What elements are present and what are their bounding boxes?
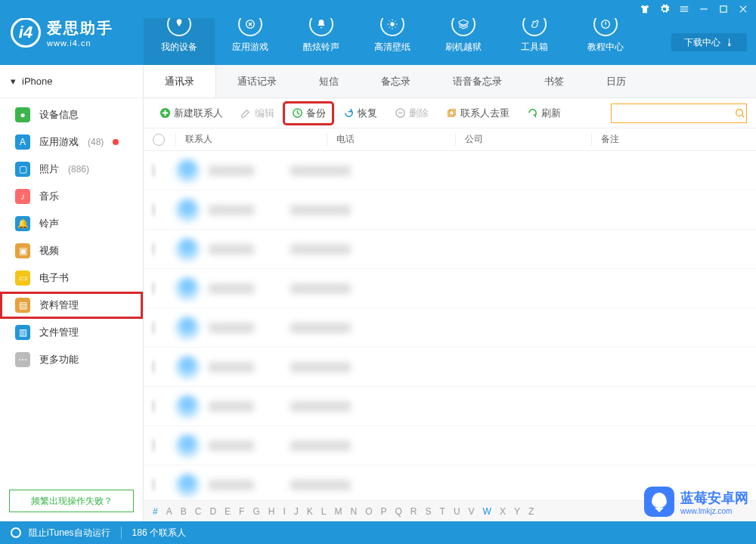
table-row[interactable] [144, 348, 756, 387]
letter-O[interactable]: O [365, 506, 372, 517]
download-center-button[interactable]: 下载中心 ⭳ [671, 33, 747, 51]
search-icon [735, 108, 745, 119]
tabs: 通讯录通话记录短信备忘录语音备忘录书签日历 [144, 65, 756, 98]
letter-W[interactable]: W [483, 506, 491, 517]
new-contact-button[interactable]: 新建联系人 [153, 104, 229, 123]
search-box [611, 104, 747, 123]
itunes-toggle[interactable]: 阻止iTunes自动运行 [29, 527, 110, 539]
row-checkbox[interactable] [153, 202, 154, 217]
tab-1[interactable]: 通话记录 [216, 65, 298, 97]
sidebar-item-0[interactable]: ●设备信息 [0, 101, 143, 128]
device-dropdown[interactable]: ▾ iPhone [0, 65, 143, 98]
search-button[interactable] [734, 104, 746, 123]
table-row[interactable] [144, 269, 756, 308]
refresh-button[interactable]: 刷新 [520, 104, 567, 123]
row-checkbox[interactable] [153, 399, 154, 413]
letter-#[interactable]: # [153, 506, 158, 517]
sidebar-item-1[interactable]: A应用游戏 (48) [0, 128, 143, 156]
letter-B[interactable]: B [181, 506, 187, 517]
letter-V[interactable]: V [469, 506, 475, 517]
letter-Q[interactable]: Q [395, 506, 402, 517]
logo-mark: i4 [11, 17, 41, 48]
avatar [175, 198, 200, 222]
menu-icon[interactable] [679, 4, 689, 14]
letter-C[interactable]: C [195, 506, 202, 517]
select-all-checkbox[interactable] [153, 134, 165, 146]
letter-E[interactable]: E [225, 506, 231, 517]
svg-rect-8 [448, 111, 454, 117]
delete-button[interactable]: 删除 [388, 104, 435, 123]
letter-U[interactable]: U [454, 506, 460, 517]
letter-D[interactable]: D [209, 506, 216, 517]
row-checkbox[interactable] [153, 478, 154, 492]
letter-S[interactable]: S [426, 506, 432, 517]
col-contact[interactable]: 联系人 [175, 133, 327, 146]
tab-6[interactable]: 日历 [585, 65, 647, 97]
row-checkbox[interactable] [153, 360, 154, 374]
letter-Z[interactable]: Z [528, 506, 534, 517]
maximize-icon[interactable] [718, 4, 729, 14]
sidebar-icon: ⋯ [15, 352, 30, 367]
sidebar-item-9[interactable]: ⋯更多功能 [0, 346, 143, 373]
app-name-cn: 爱思助手 [47, 18, 113, 39]
sidebar-icon: ● [15, 107, 30, 122]
plus-icon [159, 107, 171, 119]
sidebar-item-3[interactable]: ♪音乐 [0, 183, 143, 210]
tab-3[interactable]: 备忘录 [360, 65, 432, 97]
letter-Y[interactable]: Y [514, 506, 520, 517]
letter-H[interactable]: H [268, 506, 275, 517]
letter-T[interactable]: T [440, 506, 445, 517]
close-icon[interactable] [738, 4, 748, 14]
sidebar-icon: ▢ [15, 162, 30, 177]
minimize-icon[interactable] [699, 4, 709, 14]
letter-N[interactable]: N [350, 506, 357, 517]
gear-icon[interactable] [659, 4, 670, 14]
row-checkbox[interactable] [153, 163, 154, 178]
table-row[interactable] [144, 387, 756, 426]
row-checkbox[interactable] [153, 242, 154, 256]
sidebar-item-8[interactable]: ▥文件管理 [0, 319, 143, 346]
letter-I[interactable]: I [283, 506, 285, 517]
letter-F[interactable]: F [239, 506, 244, 517]
sidebar-item-6[interactable]: ▭电子书 [0, 264, 143, 292]
row-checkbox[interactable] [153, 438, 154, 453]
col-phone[interactable]: 电话 [327, 133, 455, 146]
row-checkbox[interactable] [153, 320, 154, 335]
sidebar-item-5[interactable]: ▣视频 [0, 237, 143, 264]
letter-K[interactable]: K [307, 506, 313, 517]
tab-2[interactable]: 短信 [298, 65, 360, 97]
table-row[interactable] [144, 151, 756, 190]
dedupe-icon [445, 107, 457, 119]
table-row[interactable] [144, 308, 756, 348]
letter-L[interactable]: L [321, 506, 327, 517]
row-checkbox[interactable] [153, 281, 154, 295]
col-company[interactable]: 公司 [455, 133, 591, 146]
help-link[interactable]: 频繁出现操作失败？ [9, 490, 134, 512]
svg-rect-9 [449, 110, 455, 116]
table-row[interactable] [144, 190, 756, 230]
letter-G[interactable]: G [253, 506, 259, 517]
letter-J[interactable]: J [294, 506, 299, 517]
table-row[interactable] [144, 230, 756, 269]
sidebar-item-7[interactable]: ▤资料管理 [0, 292, 143, 319]
sidebar-icon: ▭ [15, 270, 30, 286]
tab-4[interactable]: 语音备忘录 [432, 65, 523, 97]
letter-R[interactable]: R [411, 506, 417, 517]
edit-button[interactable]: 编辑 [234, 104, 280, 123]
shirt-icon[interactable] [640, 4, 650, 14]
restore-button[interactable]: 恢复 [336, 104, 383, 123]
sidebar-item-2[interactable]: ▢照片 (886) [0, 156, 143, 183]
letter-P[interactable]: P [381, 506, 387, 517]
letter-A[interactable]: A [166, 506, 172, 517]
dedupe-button[interactable]: 联系人去重 [439, 104, 516, 123]
table-row[interactable] [144, 426, 756, 465]
tab-5[interactable]: 书签 [523, 65, 585, 97]
sidebar-item-4[interactable]: 🔔铃声 [0, 210, 143, 237]
col-note[interactable]: 备注 [591, 133, 756, 146]
tab-0[interactable]: 通讯录 [144, 65, 216, 97]
letter-X[interactable]: X [500, 506, 506, 517]
search-input[interactable] [612, 108, 734, 119]
letter-M[interactable]: M [334, 506, 342, 517]
backup-button[interactable]: 备份 [285, 104, 332, 123]
backup-icon [291, 107, 303, 119]
